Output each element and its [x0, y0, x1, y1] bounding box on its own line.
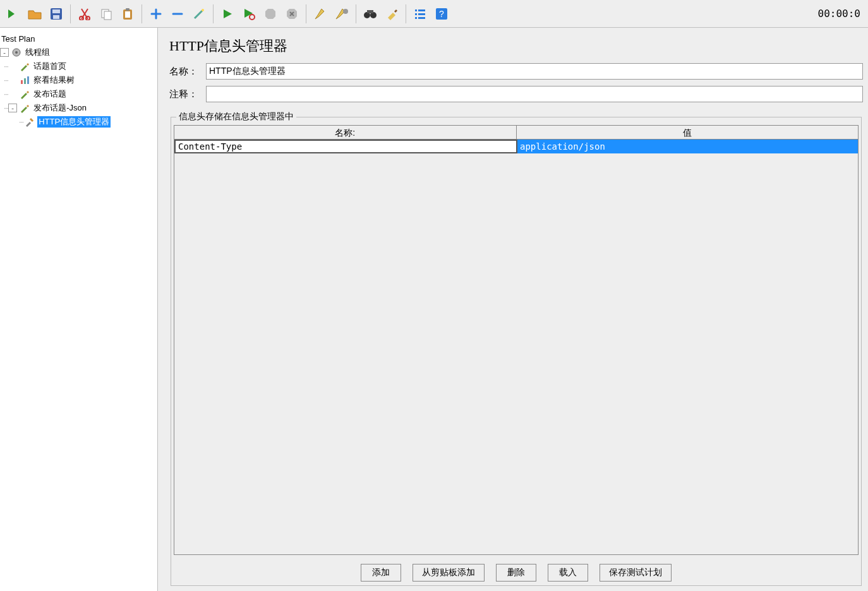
- cell-value[interactable]: application/json: [517, 140, 858, 153]
- table-header: 名称: 值: [174, 126, 858, 140]
- broom-icon[interactable]: [310, 3, 331, 25]
- action-button[interactable]: 从剪贴板添加: [413, 564, 485, 582]
- plus-icon[interactable]: [145, 3, 167, 25]
- editor-panel: HTTP信息头管理器 名称： 注释： 信息头存储在信息头管理器中 名称: 值 C…: [158, 28, 868, 591]
- svg-rect-17: [367, 10, 373, 13]
- tree-item-label: 察看结果树: [32, 75, 76, 86]
- svg-point-10: [202, 9, 204, 11]
- comment-label: 注释：: [169, 88, 206, 100]
- button-row: 添加从剪贴板添加删除载入保存测试计划: [171, 558, 861, 585]
- tree-root[interactable]: Test Plan: [0, 32, 157, 45]
- svg-point-27: [15, 51, 18, 54]
- separator: [70, 4, 71, 23]
- collapse-toggle[interactable]: -: [0, 48, 9, 57]
- tree-thread-group[interactable]: - 线程组: [0, 45, 157, 59]
- svg-rect-29: [24, 78, 26, 84]
- tree-item-label: 发布话题-Json: [32, 102, 88, 114]
- binoculars-icon[interactable]: [359, 3, 381, 25]
- run-icon[interactable]: [217, 3, 238, 25]
- paste-icon[interactable]: [117, 3, 138, 25]
- run-loop-icon[interactable]: [238, 3, 260, 25]
- help-icon[interactable]: ?: [431, 3, 452, 25]
- tree-thread-group-label: 线程组: [24, 47, 51, 58]
- svg-rect-8: [125, 11, 130, 18]
- svg-rect-1: [52, 9, 60, 13]
- headers-fieldset: 信息头存储在信息头管理器中 名称: 值 Content-Typeapplicat…: [171, 111, 862, 586]
- col-name: 名称:: [174, 126, 517, 139]
- svg-rect-28: [21, 80, 23, 84]
- tree-item[interactable]: ····HTTP信息头管理器: [0, 115, 157, 129]
- gear-icon: [10, 46, 23, 59]
- timer: 00:00:0: [818, 8, 865, 20]
- action-button[interactable]: 添加: [361, 564, 401, 582]
- col-value: 值: [517, 126, 859, 139]
- copy-icon[interactable]: [95, 3, 117, 25]
- chart-icon: [18, 74, 31, 87]
- separator: [406, 4, 406, 23]
- tree-spacer: [8, 76, 17, 85]
- tree-item[interactable]: ····-发布话题-Json: [0, 101, 157, 115]
- pen-icon: [18, 60, 31, 73]
- fieldset-legend: 信息头存储在信息头管理器中: [176, 111, 296, 122]
- svg-rect-23: [418, 17, 425, 19]
- svg-point-11: [250, 15, 255, 20]
- open-folder-icon[interactable]: [24, 3, 45, 25]
- separator: [213, 4, 214, 23]
- tree-item[interactable]: ····话题首页: [0, 59, 157, 73]
- svg-rect-21: [418, 9, 425, 11]
- svg-rect-22: [418, 13, 425, 15]
- svg-rect-19: [415, 13, 417, 15]
- tree-item[interactable]: ····发布话题: [0, 87, 157, 101]
- broom-gear-icon[interactable]: [331, 3, 353, 25]
- stop-icon[interactable]: [260, 3, 281, 25]
- tree-spacer: [8, 90, 17, 98]
- svg-text:?: ?: [439, 9, 444, 19]
- toolbar: ? 00:00:0: [0, 0, 868, 28]
- test-plan-tree[interactable]: Test Plan - 线程组 ····话题首页····察看结果树····发布话…: [0, 28, 158, 591]
- open-arrow-icon[interactable]: [3, 3, 24, 25]
- action-button[interactable]: 删除: [496, 564, 536, 582]
- svg-point-14: [343, 9, 348, 14]
- svg-rect-18: [415, 9, 417, 11]
- separator: [306, 4, 306, 23]
- list-icon[interactable]: [409, 3, 431, 25]
- tree-root-label: Test Plan: [0, 34, 36, 44]
- tree-item-label: 发布话题: [32, 88, 68, 100]
- svg-rect-30: [27, 76, 29, 84]
- action-button[interactable]: 保存测试计划: [600, 564, 672, 582]
- separator: [142, 4, 142, 23]
- collapse-toggle[interactable]: -: [8, 104, 17, 112]
- tree-item[interactable]: ····察看结果树: [0, 73, 157, 87]
- svg-rect-20: [415, 17, 417, 19]
- svg-rect-9: [126, 8, 130, 11]
- pen-icon: [18, 88, 31, 100]
- svg-rect-6: [104, 11, 111, 20]
- tree-item-label: HTTP信息头管理器: [37, 116, 111, 128]
- panel-title: HTTP信息头管理器: [169, 37, 863, 56]
- name-input[interactable]: [206, 63, 863, 80]
- action-button[interactable]: 载入: [548, 564, 588, 582]
- save-icon[interactable]: [45, 3, 67, 25]
- minus-icon[interactable]: [167, 3, 188, 25]
- separator: [356, 4, 356, 23]
- cell-name[interactable]: Content-Type: [174, 140, 517, 153]
- comment-input[interactable]: [206, 86, 863, 102]
- tree-item-label: 话题首页: [32, 61, 68, 72]
- tree-spacer: [8, 62, 17, 71]
- headers-table[interactable]: 名称: 值 Content-Typeapplication/json: [174, 125, 859, 555]
- svg-rect-2: [53, 15, 59, 19]
- table-row[interactable]: Content-Typeapplication/json: [174, 140, 858, 153]
- svg-marker-12: [265, 9, 275, 19]
- tools-icon: [23, 116, 36, 128]
- brush-icon[interactable]: [381, 3, 402, 25]
- pen-icon: [18, 102, 31, 114]
- wand-icon[interactable]: [188, 3, 210, 25]
- stop-clear-icon[interactable]: [281, 3, 303, 25]
- cut-icon[interactable]: [74, 3, 95, 25]
- name-label: 名称：: [169, 66, 206, 78]
